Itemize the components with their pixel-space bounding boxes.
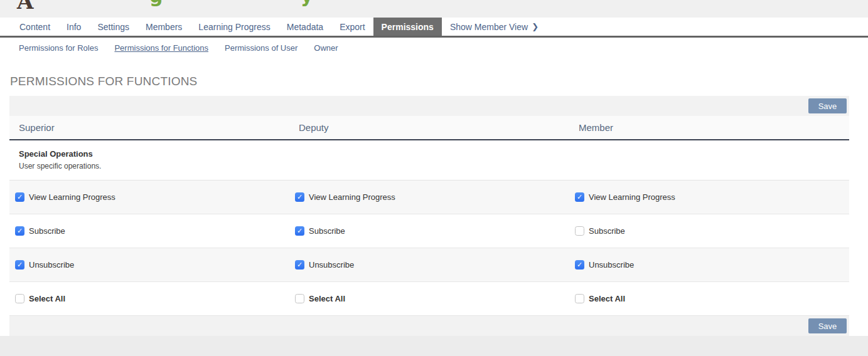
cell-unsubscribe-member: Unsubscribe: [569, 260, 849, 270]
checkbox-select-all-superior[interactable]: [15, 294, 24, 303]
cell-view-learning-progress-superior: View Learning Progress: [9, 192, 289, 202]
checkbox-label: View Learning Progress: [29, 192, 115, 202]
checkbox-view-learning-progress-deputy[interactable]: [295, 192, 304, 202]
checkbox-label: Unsubscribe: [589, 260, 634, 270]
tab-permissions[interactable]: Permissions: [373, 18, 442, 36]
cropped-title-fragment-green-1: g: [149, 0, 163, 7]
checkbox-label: Select All: [309, 294, 345, 303]
main-tab-bar: Content Info Settings Members Learning P…: [0, 18, 868, 38]
show-member-view-link[interactable]: Show Member View ❯: [442, 18, 547, 36]
cell-subscribe-member: Subscribe: [569, 226, 849, 236]
cell-subscribe-superior: Subscribe: [9, 226, 289, 236]
table-row-unsubscribe: Unsubscribe Unsubscribe Unsubscribe: [9, 248, 849, 282]
cropped-title-fragment-brown: A: [17, 0, 33, 14]
cell-select-all-superior: Select All: [9, 294, 289, 303]
show-member-view-label: Show Member View: [450, 22, 528, 32]
save-button-bottom[interactable]: Save: [808, 318, 847, 333]
table-row-subscribe: Subscribe Subscribe Subscribe: [9, 214, 849, 248]
table-toolbar-bottom: Save: [9, 316, 849, 336]
tab-info[interactable]: Info: [58, 18, 89, 36]
page-title: PERMISSIONS FOR FUNCTIONS: [10, 75, 868, 88]
page-bottom-background: [0, 336, 868, 356]
subtab-permissions-for-roles[interactable]: Permissions for Roles: [19, 43, 98, 53]
tab-metadata[interactable]: Metadata: [279, 18, 331, 36]
checkbox-unsubscribe-member[interactable]: [575, 260, 584, 270]
checkbox-label: Unsubscribe: [309, 260, 354, 270]
checkbox-label: Subscribe: [309, 226, 345, 236]
subtab-permissions-of-user[interactable]: Permissions of User: [225, 43, 297, 53]
save-button-top[interactable]: Save: [808, 98, 847, 113]
checkbox-subscribe-superior[interactable]: [15, 226, 24, 236]
checkbox-label: View Learning Progress: [589, 192, 675, 202]
tab-learning-progress[interactable]: Learning Progress: [190, 18, 278, 36]
checkbox-unsubscribe-deputy[interactable]: [295, 260, 304, 270]
checkbox-label: Unsubscribe: [29, 260, 74, 270]
column-header-superior: Superior: [9, 116, 289, 139]
subtab-permissions-for-functions[interactable]: Permissions for Functions: [114, 43, 208, 53]
checkbox-view-learning-progress-superior[interactable]: [15, 192, 24, 202]
cell-view-learning-progress-member: View Learning Progress: [569, 192, 849, 202]
cell-select-all-deputy: Select All: [289, 294, 569, 303]
chevron-right-icon: ❯: [532, 22, 538, 31]
cell-unsubscribe-deputy: Unsubscribe: [289, 260, 569, 270]
section-description: User specific operations.: [19, 162, 840, 170]
section-title: Special Operations: [19, 149, 840, 159]
cell-unsubscribe-superior: Unsubscribe: [9, 260, 289, 270]
checkbox-unsubscribe-superior[interactable]: [15, 260, 24, 270]
cell-view-learning-progress-deputy: View Learning Progress: [289, 192, 569, 202]
checkbox-subscribe-member[interactable]: [575, 226, 584, 236]
table-header-row: Superior Deputy Member: [9, 116, 849, 140]
table-row-view-learning-progress: View Learning Progress View Learning Pro…: [9, 181, 849, 214]
column-header-deputy: Deputy: [289, 116, 569, 139]
tab-content[interactable]: Content: [11, 18, 58, 36]
cell-subscribe-deputy: Subscribe: [289, 226, 569, 236]
cropped-title-fragment-green-2: y: [301, 0, 313, 7]
sub-tab-bar: Permissions for Roles Permissions for Fu…: [0, 38, 868, 58]
cropped-page-header: A g y: [0, 0, 868, 18]
checkbox-select-all-deputy[interactable]: [295, 294, 304, 303]
tab-members[interactable]: Members: [137, 18, 190, 36]
table-toolbar-top: Save: [9, 96, 849, 116]
checkbox-label: Subscribe: [589, 226, 625, 236]
checkbox-label: View Learning Progress: [309, 192, 395, 202]
cell-select-all-member: Select All: [569, 294, 849, 303]
checkbox-label: Select All: [29, 294, 65, 303]
subtab-owner[interactable]: Owner: [314, 43, 338, 53]
tab-export[interactable]: Export: [331, 18, 373, 36]
table-row-select-all: Select All Select All Select All: [9, 282, 849, 316]
permissions-table: Save Superior Deputy Member Special Oper…: [9, 96, 849, 336]
checkbox-label: Select All: [589, 294, 625, 303]
checkbox-subscribe-deputy[interactable]: [295, 226, 304, 236]
checkbox-view-learning-progress-member[interactable]: [575, 192, 584, 202]
section-header-row: Special Operations User specific operati…: [9, 140, 849, 181]
tab-settings[interactable]: Settings: [89, 18, 137, 36]
checkbox-label: Subscribe: [29, 226, 65, 236]
column-header-member: Member: [569, 116, 849, 139]
checkbox-select-all-member[interactable]: [575, 294, 584, 303]
